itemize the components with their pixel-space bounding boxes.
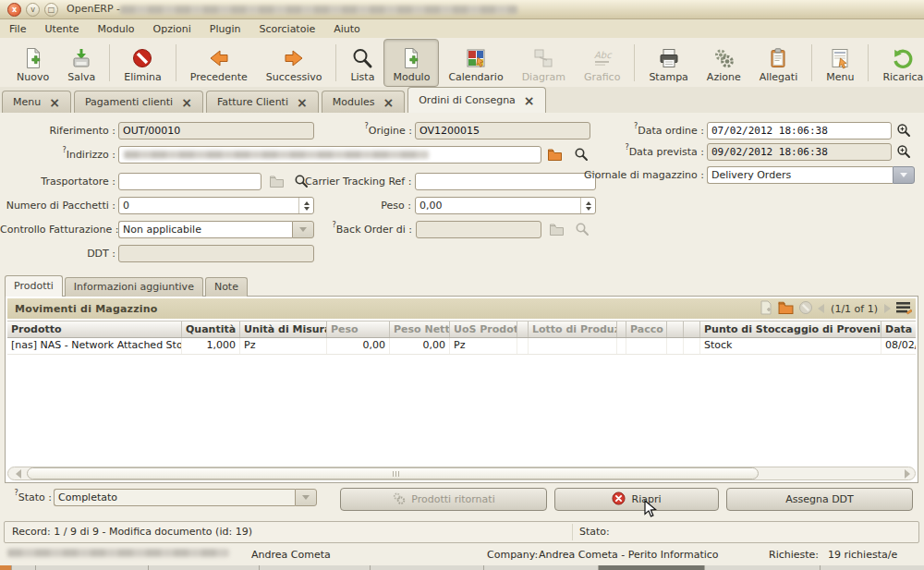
stato-combobox[interactable]: Completato <box>54 489 317 506</box>
prodotti-panel: Movimenti di Magazzino (1/1 of 1) Prodot… <box>5 296 918 483</box>
toolbar-button-lista[interactable]: Lista <box>341 39 383 87</box>
menu-utente[interactable]: Utente <box>44 23 79 35</box>
peso-stepper[interactable]: 0,00 <box>415 197 596 214</box>
footer-actions: ?Stato : Completato Prodotti ritornati R… <box>0 486 924 514</box>
horizontal-scrollbar[interactable] <box>7 467 916 480</box>
button-label: Assegna DDT <box>785 493 854 505</box>
column-header[interactable]: Peso Netto <box>390 321 450 337</box>
toolbar-button-label: Menu <box>826 71 854 83</box>
connection-infobar: Andrea Cometa Company: Andrea Cometa - P… <box>0 545 924 565</box>
column-header[interactable] <box>617 321 626 337</box>
window-maximize-button[interactable]: □ <box>44 3 58 17</box>
menu-aiuto[interactable]: Aiuto <box>334 23 360 35</box>
data-ordine-field[interactable] <box>707 122 892 139</box>
column-header[interactable]: Prodotto <box>7 321 182 337</box>
column-header[interactable]: Quantità <box>182 321 240 337</box>
record-status-text: Record: 1 / 9 di 9 - Modifica documento … <box>12 526 252 538</box>
column-header[interactable]: Data <box>881 321 916 337</box>
numero-pacchetti-stepper[interactable]: 0 <box>118 197 314 214</box>
column-header[interactable]: Pacco <box>626 321 667 337</box>
riferimento-field[interactable] <box>118 122 314 139</box>
origine-field[interactable] <box>415 122 590 139</box>
controllo-fatturazione-combobox[interactable]: Non applicabile <box>118 221 314 238</box>
toolbar-button-stampa[interactable]: Stampa <box>639 39 697 87</box>
doc-tab-ordini-di-consegna[interactable]: Ordini di Consegna × <box>407 87 545 113</box>
column-header[interactable] <box>667 321 684 337</box>
toolbar-button-calendario[interactable]: Calendario <box>439 39 512 87</box>
indirizzo-search-icon[interactable] <box>574 147 590 162</box>
toolbar-button-nuovo[interactable]: Nuovo <box>7 39 58 87</box>
stato-dropdown-button[interactable] <box>295 489 317 506</box>
indirizzo-open-folder-icon[interactable] <box>547 148 563 163</box>
tab-note[interactable]: Note <box>205 277 248 297</box>
tab-close-icon[interactable]: × <box>524 96 535 105</box>
menu-scorciatoie[interactable]: Scorciatoie <box>259 23 315 35</box>
column-header[interactable]: UoS Prodotto <box>450 321 517 337</box>
toolbar-button-elimina[interactable]: Elimina <box>115 39 171 87</box>
controllo-fatturazione-label: Controllo Fatturazione : <box>0 221 116 238</box>
tab-close-icon[interactable]: × <box>383 98 394 107</box>
chevron-down-icon <box>900 173 907 177</box>
column-header[interactable]: Unità di Misura <box>240 321 327 337</box>
cell-punto-stoccaggio: Stock <box>700 338 881 354</box>
menu-opzioni[interactable]: Opzioni <box>153 23 191 35</box>
window-minimize-button[interactable]: v <box>26 3 40 17</box>
spin-up-icon[interactable] <box>586 201 591 205</box>
toolbar-button-allegati[interactable]: Allegati <box>750 39 808 87</box>
menu-modulo[interactable]: Modulo <box>98 23 135 35</box>
calendar-icon <box>465 47 487 69</box>
column-header[interactable] <box>684 321 700 337</box>
diagram-icon <box>532 47 554 69</box>
menu-plugin[interactable]: Plugin <box>210 23 241 35</box>
back-order-field[interactable] <box>416 221 541 238</box>
giornale-value: Delivery Orders <box>707 166 893 184</box>
spinner-arrows[interactable] <box>580 198 595 213</box>
toolbar-button-menu[interactable]: Menu <box>817 39 863 87</box>
data-prevista-field[interactable] <box>707 143 892 161</box>
toolbar-button-salva[interactable]: Salva <box>58 39 104 87</box>
ddt-field[interactable] <box>118 245 314 262</box>
toolbar-button-successivo[interactable]: Successivo <box>257 39 332 87</box>
scrollbar-thumb[interactable] <box>27 467 759 479</box>
cell-peso: 0,00 <box>327 338 390 354</box>
toolbar-button-modulo[interactable]: Modulo <box>383 39 439 87</box>
scroll-left-icon[interactable] <box>16 469 21 479</box>
tab-close-icon[interactable]: × <box>297 98 308 107</box>
origine-label: ?Origine : <box>305 122 412 139</box>
open-record-icon[interactable] <box>778 300 794 317</box>
column-header[interactable] <box>517 321 529 337</box>
riapri-button[interactable]: Riapri <box>554 488 719 511</box>
graph-icon: Abc <box>591 47 614 69</box>
switch-view-icon[interactable] <box>895 300 912 318</box>
column-header[interactable]: Lotto di Produzione <box>529 321 617 337</box>
data-prevista-zoom-icon[interactable] <box>896 144 912 159</box>
button-label: Prodotti ritornati <box>411 493 494 505</box>
doc-tab-pagamenti-clienti[interactable]: Pagamenti clienti × <box>74 91 203 113</box>
scroll-right-icon[interactable] <box>905 469 910 479</box>
column-header[interactable]: Peso <box>327 321 390 337</box>
tab-informazioni-aggiuntive[interactable]: Informazioni aggiuntive <box>65 277 203 297</box>
tab-prodotti[interactable]: Prodotti <box>5 275 63 297</box>
print-icon <box>658 47 680 69</box>
tab-close-icon[interactable]: × <box>49 98 60 107</box>
window-close-button[interactable]: x <box>7 3 21 17</box>
table-row[interactable]: [nas] NAS - Network Attached Storage 1,0… <box>7 338 916 355</box>
data-ordine-zoom-icon[interactable] <box>896 123 912 138</box>
doc-tab-menu[interactable]: Menu × <box>2 91 71 113</box>
toolbar-button-precedente[interactable]: Precedente <box>181 39 257 87</box>
doc-tab-modules[interactable]: Modules × <box>322 91 405 113</box>
toolbar-button-azione[interactable]: Azione <box>698 39 750 87</box>
new-record-icon-disabled <box>759 300 773 318</box>
tab-close-icon[interactable]: × <box>181 98 192 107</box>
trasportatore-field[interactable] <box>118 173 261 190</box>
menu-file[interactable]: File <box>9 23 26 35</box>
spin-down-icon[interactable] <box>586 207 591 211</box>
doc-tab-fatture-clienti[interactable]: Fatture Clienti × <box>206 91 319 113</box>
column-header[interactable]: Punto di Stoccaggio di Provenienza <box>700 321 881 337</box>
toolbar-separator <box>868 44 869 81</box>
giornale-combobox[interactable]: Delivery Orders <box>707 166 915 184</box>
toolbar-button-ricarica[interactable]: Ricarica <box>873 39 924 87</box>
assegna-ddt-button[interactable]: Assegna DDT <box>726 488 913 511</box>
giornale-dropdown-button[interactable] <box>893 166 915 184</box>
pagination-text: (1/1 of 1) <box>829 303 880 315</box>
